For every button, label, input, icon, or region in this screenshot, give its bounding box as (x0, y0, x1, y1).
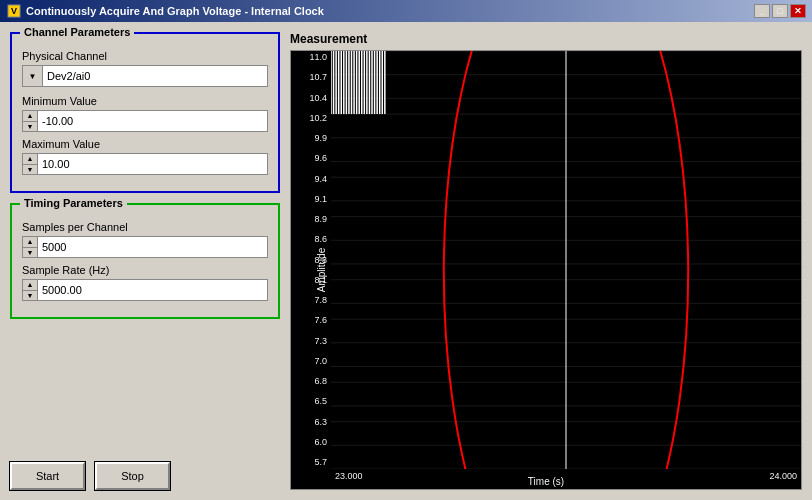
y-tick: 7.3 (291, 337, 327, 346)
min-spinner-buttons[interactable]: ▲ ▼ (22, 110, 38, 132)
channel-params-title: Channel Parameters (20, 26, 134, 38)
max-value-label: Maximum Value (22, 138, 268, 150)
x-tick-start: 23.000 (335, 471, 363, 481)
y-tick: 6.3 (291, 418, 327, 427)
min-value-label: Minimum Value (22, 95, 268, 107)
y-tick: 9.1 (291, 195, 327, 204)
maximize-button[interactable]: □ (772, 4, 788, 18)
min-value-input[interactable] (38, 110, 268, 132)
y-tick: 8.6 (291, 235, 327, 244)
chart-title: Measurement (290, 32, 802, 46)
window-title: Continuously Acquire And Graph Voltage -… (26, 5, 754, 17)
physical-channel-value: Dev2/ai0 (43, 70, 267, 82)
y-tick: 11.0 (291, 53, 327, 62)
y-tick: 10.2 (291, 114, 327, 123)
timing-params-title: Timing Parameters (20, 197, 127, 209)
rate-spinner-down[interactable]: ▼ (23, 291, 37, 301)
max-value-spinner: ▲ ▼ (22, 153, 268, 175)
y-tick: 10.4 (291, 94, 327, 103)
max-value-input[interactable] (38, 153, 268, 175)
x-tick-end: 24.000 (769, 471, 797, 481)
minimize-button[interactable]: _ (754, 4, 770, 18)
min-spinner-up[interactable]: ▲ (23, 111, 37, 122)
x-axis-label: Time (s) (528, 476, 564, 487)
min-value-spinner: ▲ ▼ (22, 110, 268, 132)
main-content: Channel Parameters Physical Channel ▼ De… (0, 22, 812, 500)
samples-input[interactable] (38, 236, 268, 258)
max-spinner-up[interactable]: ▲ (23, 154, 37, 165)
max-spinner-down[interactable]: ▼ (23, 165, 37, 175)
dropdown-arrow-icon[interactable]: ▼ (23, 66, 43, 86)
samples-label: Samples per Channel (22, 221, 268, 233)
close-button[interactable]: ✕ (790, 4, 806, 18)
sample-rate-input[interactable] (38, 279, 268, 301)
right-panel: Measurement 11.010.710.410.29.99.69.49.1… (290, 32, 802, 490)
y-tick: 10.7 (291, 73, 327, 82)
physical-channel-label: Physical Channel (22, 50, 268, 62)
y-tick: 9.4 (291, 175, 327, 184)
max-spinner-buttons[interactable]: ▲ ▼ (22, 153, 38, 175)
y-tick: 6.8 (291, 377, 327, 386)
sample-rate-label: Sample Rate (Hz) (22, 264, 268, 276)
stop-button[interactable]: Stop (95, 462, 170, 490)
y-tick: 5.7 (291, 458, 327, 467)
svg-text:V: V (11, 6, 17, 16)
y-tick: 9.9 (291, 134, 327, 143)
window-controls: _ □ ✕ (754, 4, 806, 18)
title-bar: V Continuously Acquire And Graph Voltage… (0, 0, 812, 22)
rate-spinner-up[interactable]: ▲ (23, 280, 37, 291)
samples-spinner-down[interactable]: ▼ (23, 248, 37, 258)
y-tick: 7.6 (291, 316, 327, 325)
rate-spinner-buttons[interactable]: ▲ ▼ (22, 279, 38, 301)
y-tick: 7.8 (291, 296, 327, 305)
physical-channel-dropdown[interactable]: ▼ Dev2/ai0 (22, 65, 268, 87)
y-tick: 6.0 (291, 438, 327, 447)
samples-spinner-up[interactable]: ▲ (23, 237, 37, 248)
timing-params-group: Timing Parameters Samples per Channel ▲ … (10, 203, 280, 319)
start-button[interactable]: Start (10, 462, 85, 490)
x-axis: 23.000 24.000 (331, 469, 801, 489)
chart-container: 11.010.710.410.29.99.69.49.18.98.68.38.1… (290, 50, 802, 490)
sample-rate-spinner: ▲ ▼ (22, 279, 268, 301)
left-panel: Channel Parameters Physical Channel ▼ De… (10, 32, 280, 490)
app-icon: V (6, 3, 22, 19)
y-tick: 8.9 (291, 215, 327, 224)
y-tick: 7.0 (291, 357, 327, 366)
samples-spinner: ▲ ▼ (22, 236, 268, 258)
action-buttons: Start Stop (10, 452, 280, 490)
y-axis-label: Amplitude (316, 248, 327, 292)
y-tick: 6.5 (291, 397, 327, 406)
channel-params-group: Channel Parameters Physical Channel ▼ De… (10, 32, 280, 193)
samples-spinner-buttons[interactable]: ▲ ▼ (22, 236, 38, 258)
min-spinner-down[interactable]: ▼ (23, 122, 37, 132)
y-tick: 9.6 (291, 154, 327, 163)
chart-plot-area (331, 51, 801, 469)
